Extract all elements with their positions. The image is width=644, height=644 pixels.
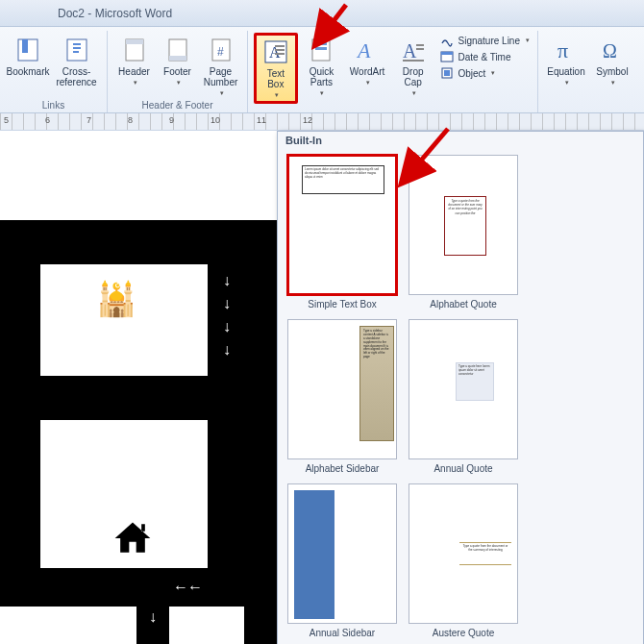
horizontal-ruler[interactable]: 56789101112 bbox=[0, 113, 644, 131]
footer-icon bbox=[163, 36, 192, 64]
svg-rect-20 bbox=[416, 48, 424, 50]
svg-rect-25 bbox=[444, 70, 450, 76]
calendar-icon bbox=[440, 50, 454, 63]
equation-button[interactable]: π Equation▾ bbox=[544, 33, 588, 89]
gallery-grid: Lorem ipsum dolor sit amet consectetur a… bbox=[278, 149, 643, 644]
svg-rect-13 bbox=[275, 53, 285, 55]
tower-icon bbox=[248, 423, 267, 468]
window-title: Doc2 - Microsoft Word bbox=[58, 7, 172, 20]
footer-label: Footer bbox=[163, 66, 191, 77]
wordart-label: WordArt bbox=[350, 66, 385, 77]
ribbon-group-text: A Text Box▾ Quick Parts▾ A WordArt▾ A bbox=[248, 31, 538, 112]
svg-line-32 bbox=[404, 129, 448, 181]
symbol-label: Symbol bbox=[596, 66, 628, 77]
text-mini-list: Signature Line▾ Date & Time Object▾ bbox=[436, 33, 532, 81]
object-label: Object bbox=[458, 68, 485, 79]
gallery-item-annual-sidebar[interactable]: Annual Sidebar bbox=[282, 482, 403, 644]
svg-rect-12 bbox=[275, 49, 285, 51]
svg-rect-19 bbox=[416, 44, 424, 46]
dropcap-label: Drop Cap bbox=[394, 66, 433, 87]
home-icon bbox=[246, 281, 271, 312]
document-area[interactable]: 🕌 ↓ ↓ ↓ ↓ ↓ ← ← Built-In Lorem ipsum dol… bbox=[0, 131, 644, 644]
thumb-annual-sidebar bbox=[287, 483, 397, 624]
thumb-simple-text-box: Lorem ipsum dolor sit amet consectetur a… bbox=[287, 155, 397, 295]
svg-rect-23 bbox=[441, 52, 453, 55]
dropcap-button[interactable]: A Drop Cap▾ bbox=[391, 33, 435, 100]
symbol-icon: Ω bbox=[598, 36, 627, 64]
ruler-numbers: 56789101112 bbox=[0, 115, 312, 125]
thumb-annual-quote: Type a quote here lorem ipsum dolor sit … bbox=[409, 319, 518, 459]
crossref-label: Cross-reference bbox=[55, 66, 98, 87]
equation-label: Equation bbox=[547, 66, 584, 77]
textbox-button[interactable]: A Text Box▾ bbox=[254, 33, 298, 104]
bookmark-button[interactable]: Bookmark bbox=[6, 33, 50, 80]
map-drawing: 🕌 ↓ ↓ ↓ ↓ ↓ ← ← bbox=[0, 131, 277, 644]
object-button[interactable]: Object▾ bbox=[438, 65, 532, 81]
caption-austere-quote: Austere Quote bbox=[433, 624, 494, 644]
pagenumber-label: Page Number bbox=[203, 66, 238, 87]
mosque-icon: 🕌 bbox=[96, 280, 136, 318]
symbol-button[interactable]: Ω Symbol▾ bbox=[590, 33, 634, 89]
svg-rect-4 bbox=[126, 39, 143, 44]
svg-rect-11 bbox=[275, 45, 285, 47]
textbox-label: Text Box bbox=[259, 68, 293, 89]
svg-line-31 bbox=[317, 5, 346, 42]
annotation-arrow-top bbox=[308, 0, 365, 58]
svg-text:Ω: Ω bbox=[603, 40, 617, 62]
bookmark-label: Bookmark bbox=[7, 66, 50, 77]
svg-text:A: A bbox=[403, 40, 417, 62]
header-icon bbox=[120, 36, 149, 64]
datetime-button[interactable]: Date & Time bbox=[438, 49, 532, 64]
annotation-arrow-gallery bbox=[392, 125, 459, 192]
gallery-section-header: Built-In bbox=[278, 132, 643, 149]
textbox-icon: A bbox=[261, 37, 290, 66]
gallery-item-simple-text-box[interactable]: Lorem ipsum dolor sit amet consectetur a… bbox=[282, 153, 403, 317]
pagenumber-icon: # bbox=[207, 36, 235, 64]
header-button[interactable]: Header▾ bbox=[113, 33, 155, 89]
quickparts-label: Quick Parts bbox=[303, 66, 341, 87]
gallery-item-annual-quote[interactable]: Type a quote here lorem ipsum dolor sit … bbox=[403, 317, 524, 482]
house-icon bbox=[111, 517, 154, 561]
caption-annual-quote: Annual Quote bbox=[433, 459, 492, 480]
caption-simple-text-box: Simple Text Box bbox=[308, 295, 377, 315]
thumb-austere-quote: Type a quote from the document or the su… bbox=[409, 483, 518, 624]
crossref-icon bbox=[62, 36, 91, 64]
crossref-button[interactable]: Cross-reference bbox=[52, 33, 101, 90]
svg-rect-1 bbox=[22, 39, 28, 53]
svg-text:#: # bbox=[217, 45, 224, 59]
signature-icon bbox=[440, 34, 454, 47]
ribbon-group-links: Bookmark Cross-reference Links bbox=[0, 31, 108, 112]
object-icon bbox=[440, 66, 454, 80]
svg-rect-6 bbox=[169, 56, 186, 61]
textbox-gallery-panel: Built-In Lorem ipsum dolor sit amet cons… bbox=[277, 131, 644, 644]
signatureline-button[interactable]: Signature Line▾ bbox=[438, 33, 532, 48]
dropcap-icon: A bbox=[399, 36, 428, 64]
bookmark-icon bbox=[13, 36, 42, 64]
caption-alphabet-quote: Alphabet Quote bbox=[430, 295, 497, 315]
caption-alphabet-sidebar: Alphabet Sidebar bbox=[306, 459, 380, 480]
ribbon-group-headerfooter: Header▾ Footer▾ # Page Number▾ Header & … bbox=[108, 31, 248, 112]
equation-icon: π bbox=[552, 36, 581, 64]
symbols-group-label bbox=[544, 100, 638, 112]
svg-text:π: π bbox=[557, 38, 568, 62]
gallery-item-austere-quote[interactable]: Type a quote from the document or the su… bbox=[403, 482, 524, 644]
signatureline-label: Signature Line bbox=[458, 36, 520, 46]
caption-annual-sidebar: Annual Sidebar bbox=[310, 624, 375, 644]
pagenumber-button[interactable]: # Page Number▾ bbox=[200, 33, 241, 100]
gallery-item-alphabet-sidebar[interactable]: Type a sidebar content A sidebar is a st… bbox=[282, 317, 403, 482]
svg-rect-2 bbox=[67, 39, 87, 61]
svg-rect-21 bbox=[403, 60, 424, 62]
footer-button[interactable]: Footer▾ bbox=[157, 33, 198, 89]
ribbon-group-symbols: π Equation▾ Ω Symbol▾ bbox=[538, 31, 644, 112]
datetime-label: Date & Time bbox=[458, 52, 510, 62]
links-group-label: Links bbox=[6, 100, 101, 112]
headerfooter-group-label: Header & Footer bbox=[113, 100, 241, 112]
header-label: Header bbox=[118, 66, 150, 77]
thumb-alphabet-sidebar: Type a sidebar content A sidebar is a st… bbox=[287, 319, 397, 459]
